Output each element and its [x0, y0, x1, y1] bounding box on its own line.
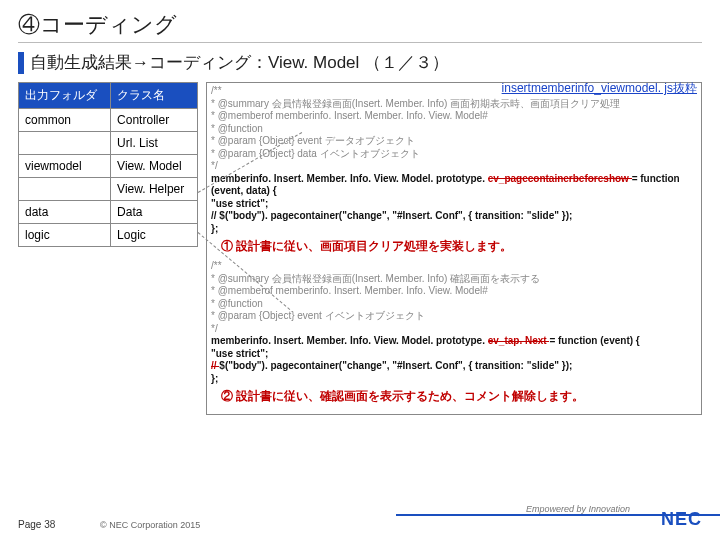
strike-text: ev_pagecontainerbeforeshow — [488, 173, 632, 184]
subtitle: 自動生成結果→コーディング：View. Model （１／３） — [30, 51, 449, 74]
nec-logo: NEC — [661, 509, 702, 530]
table-row: viewmodelView. Model — [19, 155, 198, 178]
output-table: 出力フォルダ クラス名 commonController Url. List v… — [18, 82, 198, 415]
copyright: © NEC Corporation 2015 — [100, 520, 200, 530]
comment-line: */ — [211, 160, 697, 173]
comment-line: * @summary 会員情報登録画面(Insert. Member. Info… — [211, 273, 697, 286]
comment-line: * @memberof memberinfo. Insert. Member. … — [211, 285, 697, 298]
code-line: memberinfo. Insert. Member. Info. View. … — [211, 335, 697, 348]
table-row: logicLogic — [19, 224, 198, 247]
title-divider — [18, 42, 702, 43]
code-line: // $("body"). pagecontainer("change", "#… — [211, 360, 697, 373]
th-class: クラス名 — [111, 83, 198, 109]
table-row: dataData — [19, 201, 198, 224]
table-row: View. Helper — [19, 178, 198, 201]
comment-line: /** — [211, 260, 697, 273]
strike-text: // — [211, 360, 219, 371]
code-line: }; — [211, 223, 697, 236]
table-row: Url. List — [19, 132, 198, 155]
comment-line: * @function — [211, 123, 697, 136]
code-line: "use strict"; — [211, 198, 697, 211]
code-line: "use strict"; — [211, 348, 697, 361]
code-line: // $("body"). pagecontainer("change", "#… — [211, 210, 697, 223]
comment-line: * @param {Object} event イベントオブジェクト — [211, 310, 697, 323]
subtitle-row: 自動生成結果→コーディング：View. Model （１／３） — [18, 51, 702, 74]
footer: Page 38 © NEC Corporation 2015 Empowered… — [0, 512, 720, 536]
tagline: Empowered by Innovation — [526, 504, 630, 514]
subtitle-bar — [18, 52, 24, 74]
comment-line: * @param {Object} data イベントオブジェクト — [211, 148, 697, 161]
page-number: Page 38 — [18, 519, 55, 530]
comment-line: * @summary 会員情報登録画面(Insert. Member. Info… — [211, 98, 697, 111]
code-line: }; — [211, 373, 697, 386]
annotation-2: ② 設計書に従い、確認画面を表示するため、コメント解除します。 — [221, 389, 697, 404]
footer-bar — [0, 514, 720, 516]
code-box: insertmemberinfo_viewmodel. js抜粋 /** * @… — [206, 82, 702, 415]
th-folder: 出力フォルダ — [19, 83, 111, 109]
code-filename: insertmemberinfo_viewmodel. js抜粋 — [502, 81, 697, 96]
annotation-1: ① 設計書に従い、画面項目クリア処理を実装します。 — [221, 239, 697, 254]
strike-text: ev_tap. Next — [488, 335, 550, 346]
table-row: commonController — [19, 109, 198, 132]
code-line: memberinfo. Insert. Member. Info. View. … — [211, 173, 697, 198]
comment-line: * @memberof memberinfo. Insert. Member. … — [211, 110, 697, 123]
slide-title: ④コーディング — [18, 10, 702, 40]
comment-line: */ — [211, 323, 697, 336]
